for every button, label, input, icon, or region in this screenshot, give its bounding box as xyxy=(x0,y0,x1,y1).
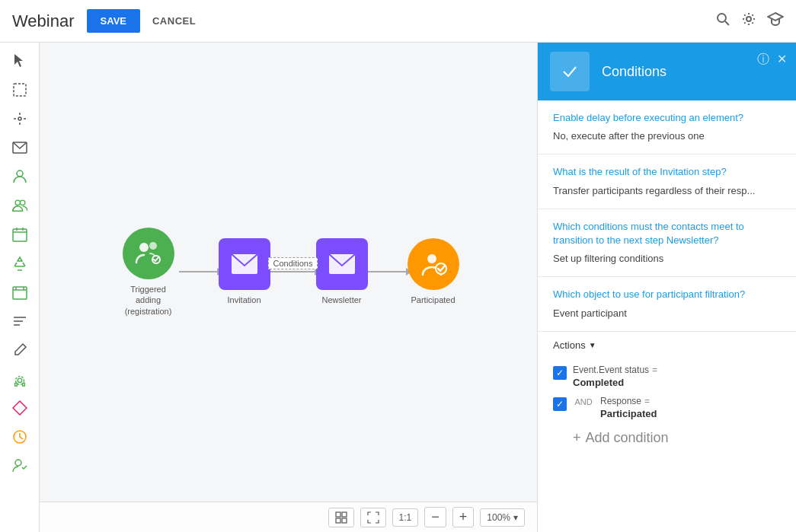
svg-point-32 xyxy=(15,460,21,466)
condition-row-1: ✓ Event.Event status = Completed xyxy=(553,365,781,388)
group-person-tool[interactable] xyxy=(8,193,32,218)
zoom-level-label: 100% xyxy=(487,512,510,523)
svg-rect-5 xyxy=(14,84,26,96)
conditions-table: ✓ Event.Event status = Completed ✓ AND xyxy=(538,358,796,461)
node-invitation-label: Invitation xyxy=(227,295,261,305)
condition-and-label: AND xyxy=(573,396,594,406)
zoom-in-button[interactable]: + xyxy=(452,507,475,527)
condition-2-content: Response = Participated xyxy=(600,396,781,419)
condition-1-value: Completed xyxy=(573,377,781,388)
condition-2-field: Response xyxy=(600,396,641,406)
condition-1-content: Event.Event status = Completed xyxy=(573,365,781,388)
header-icons xyxy=(715,11,784,30)
section-question-3[interactable]: Which conditions must the contacts meet … xyxy=(553,220,781,247)
filter-tool[interactable] xyxy=(8,280,32,304)
node-newsletter-box xyxy=(316,238,368,290)
section-answer-4: Event participant xyxy=(553,307,781,320)
svg-point-26 xyxy=(18,378,21,382)
add-condition-button[interactable]: + Add condition xyxy=(553,427,781,449)
condition-checkbox-2[interactable]: ✓ xyxy=(553,397,567,411)
svg-point-14 xyxy=(20,200,24,205)
node-invitation-box xyxy=(219,238,270,290)
node-participated[interactable]: Participated xyxy=(408,238,459,305)
save-button[interactable]: SAVE xyxy=(87,9,140,33)
svg-point-2 xyxy=(746,17,751,21)
actions-button[interactable]: Actions ▼ xyxy=(553,339,596,351)
calendar-tool[interactable] xyxy=(8,222,32,247)
svg-point-6 xyxy=(18,117,21,120)
right-panel: Conditions ⓘ ✕ Enable delay before execu… xyxy=(537,43,796,532)
diamond-tool[interactable] xyxy=(8,396,32,420)
flow-diagram: Triggered adding(registration) xyxy=(118,228,459,317)
svg-rect-42 xyxy=(336,518,340,523)
recycle-tool[interactable] xyxy=(8,251,32,276)
node-triggered-box xyxy=(123,228,174,279)
svg-rect-41 xyxy=(342,512,347,517)
layout-button[interactable] xyxy=(328,508,354,527)
edit-tool[interactable] xyxy=(8,338,32,362)
svg-marker-3 xyxy=(768,13,783,21)
info-icon[interactable]: ⓘ xyxy=(757,52,769,68)
header: Webinar SAVE CANCEL xyxy=(0,0,796,43)
panel-section-delay: Enable delay before executing an element… xyxy=(538,100,796,155)
zoom-out-button[interactable]: − xyxy=(424,507,446,527)
svg-line-1 xyxy=(725,21,729,25)
node-triggered-label: Triggered adding(registration) xyxy=(118,284,179,317)
section-answer-1: No, execute after the previous one xyxy=(553,129,781,143)
svg-point-38 xyxy=(427,254,436,263)
fit-button[interactable] xyxy=(360,508,386,527)
section-question-4[interactable]: Which object to use for participant filt… xyxy=(553,288,781,301)
app-title: Webinar xyxy=(12,11,75,31)
node-triggered[interactable]: Triggered adding(registration) xyxy=(118,228,179,317)
search-icon[interactable] xyxy=(715,11,730,30)
zoom-level-button[interactable]: 100% ▾ xyxy=(480,508,525,527)
connector-label: Conditions xyxy=(268,257,318,269)
actions-dropdown-icon: ▼ xyxy=(589,341,596,349)
svg-point-33 xyxy=(139,243,149,252)
node-newsletter-label: Newsletter xyxy=(322,295,362,305)
clock-tool[interactable] xyxy=(8,425,32,449)
section-question-2[interactable]: What is the result of the Invitation ste… xyxy=(553,165,781,179)
panel-section-result: What is the result of the Invitation ste… xyxy=(538,155,796,209)
section-question-1[interactable]: Enable delay before executing an element… xyxy=(553,111,781,125)
svg-point-34 xyxy=(149,242,157,250)
email-tool[interactable] xyxy=(8,135,32,160)
connector-3 xyxy=(368,271,408,272)
canvas-area[interactable]: Triggered adding(registration) xyxy=(40,43,537,532)
condition-row-2: ✓ AND Response = Participated xyxy=(553,396,781,419)
broadcast-tool[interactable] xyxy=(8,367,32,391)
svg-point-12 xyxy=(17,170,23,177)
sort-tool[interactable] xyxy=(8,309,32,333)
header-left: Webinar SAVE CANCEL xyxy=(12,9,196,33)
node-invitation[interactable]: Invitation xyxy=(219,238,270,305)
main: Triggered adding(registration) xyxy=(0,43,796,532)
cancel-button[interactable]: CANCEL xyxy=(152,15,196,27)
ratio-button[interactable]: 1:1 xyxy=(392,508,419,527)
panel-section-object: Which object to use for participant filt… xyxy=(538,277,796,331)
section-answer-2: Transfer participants regardless of thei… xyxy=(553,184,781,198)
panel-body: Enable delay before executing an element… xyxy=(538,100,796,532)
selection-tool[interactable] xyxy=(8,78,32,102)
cursor-tool[interactable] xyxy=(8,49,32,73)
node-participated-box xyxy=(408,238,459,290)
single-person-tool[interactable] xyxy=(8,164,32,189)
left-toolbar xyxy=(0,43,40,532)
condition-1-operator: = xyxy=(652,365,657,375)
panel-header-actions: ⓘ ✕ xyxy=(757,52,787,68)
close-icon[interactable]: ✕ xyxy=(777,52,787,68)
move-tool[interactable] xyxy=(8,107,32,131)
svg-point-0 xyxy=(718,14,726,22)
panel-title: Conditions xyxy=(602,64,667,80)
connector-1 xyxy=(179,271,219,272)
condition-checkbox-1[interactable]: ✓ xyxy=(553,366,567,380)
panel-icon-box xyxy=(550,52,590,91)
person-check-tool[interactable] xyxy=(8,454,32,478)
condition-2-operator: = xyxy=(644,396,650,406)
graduate-icon[interactable] xyxy=(767,11,784,30)
svg-rect-40 xyxy=(336,512,340,517)
node-newsletter[interactable]: Newsletter xyxy=(316,238,368,305)
panel-actions-row: Actions ▼ xyxy=(538,332,796,358)
add-condition-label: Add condition xyxy=(586,430,669,446)
condition-1-field: Event.Event status xyxy=(573,365,649,375)
settings-icon[interactable] xyxy=(741,11,756,30)
